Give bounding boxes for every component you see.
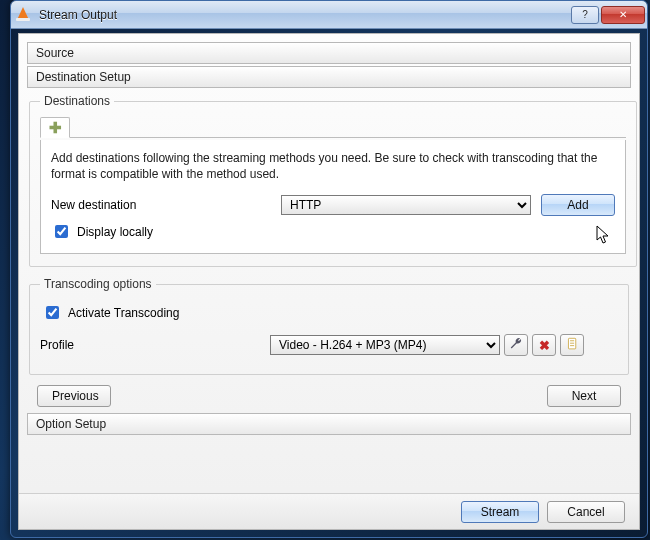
help-button[interactable]: ? [571,6,599,24]
dialog-window: Stream Output ? ✕ Source Destination Set… [10,0,648,538]
activate-transcoding-checkbox[interactable] [46,306,59,319]
wizard-nav: Previous Next [37,385,621,407]
delete-profile-button[interactable]: ✖ [532,334,556,356]
display-locally-label: Display locally [77,225,153,239]
next-button[interactable]: Next [547,385,621,407]
display-locally-row: Display locally [51,222,615,241]
section-option-setup[interactable]: Option Setup [27,413,631,435]
profile-select[interactable]: Video - H.264 + MP3 (MP4) [270,335,500,355]
new-destination-label: New destination [51,198,281,212]
destinations-group: Destinations ✚ Add destinations followin… [29,94,637,267]
section-destination-setup[interactable]: Destination Setup [27,66,631,88]
new-profile-button[interactable] [560,334,584,356]
destinations-hint: Add destinations following the streaming… [51,150,615,182]
add-button[interactable]: Add [541,194,615,216]
transcoding-legend: Transcoding options [40,277,156,291]
destinations-legend: Destinations [40,94,114,108]
edit-profile-button[interactable] [504,334,528,356]
profile-label: Profile [40,338,270,352]
add-destination-tab[interactable]: ✚ [40,117,70,138]
titlebar[interactable]: Stream Output ? ✕ [11,1,647,29]
delete-icon: ✖ [539,338,550,353]
activate-transcoding-row: Activate Transcoding [42,303,618,322]
section-source[interactable]: Source [27,42,631,64]
client-area: Source Destination Setup Destinations ✚ … [18,33,640,530]
window-title: Stream Output [39,8,569,22]
cancel-button[interactable]: Cancel [547,501,625,523]
new-destination-row: New destination HTTP Add [51,194,615,216]
profile-row: Profile Video - H.264 + MP3 (MP4) ✖ [40,334,618,356]
destinations-tabbar: ✚ [40,116,626,138]
stream-button[interactable]: Stream [461,501,539,523]
transcoding-group: Transcoding options Activate Transcoding… [29,277,629,375]
dialog-footer: Stream Cancel [19,493,639,529]
close-button[interactable]: ✕ [601,6,645,24]
plus-icon: ✚ [49,120,62,135]
new-destination-select[interactable]: HTTP [281,195,531,215]
vlc-icon [17,7,33,23]
window-buttons: ? ✕ [569,6,645,24]
activate-transcoding-label: Activate Transcoding [68,306,179,320]
previous-button[interactable]: Previous [37,385,111,407]
wrench-icon [509,337,523,354]
destinations-panel: Add destinations following the streaming… [40,140,626,254]
display-locally-checkbox[interactable] [55,225,68,238]
document-icon [566,337,579,354]
